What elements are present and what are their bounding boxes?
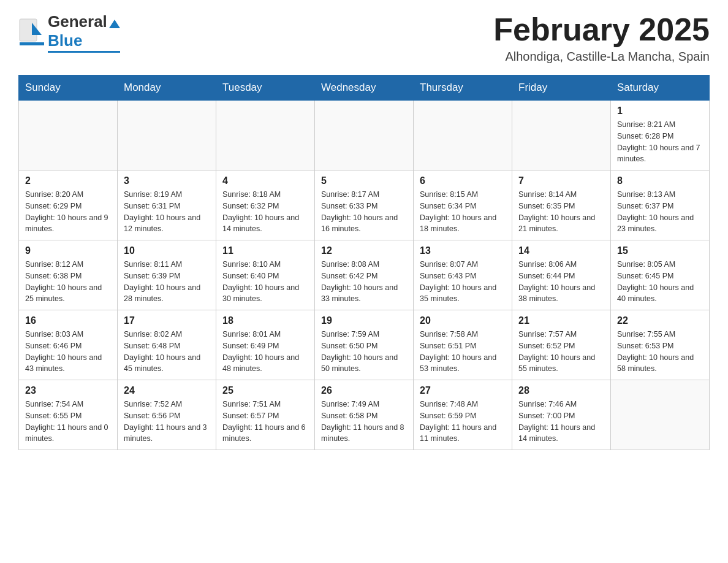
day-info: Sunrise: 8:05 AM Sunset: 6:45 PM Dayligh… [617,259,703,305]
day-info: Sunrise: 7:54 AM Sunset: 6:55 PM Dayligh… [25,399,111,445]
day-info: Sunrise: 8:02 AM Sunset: 6:48 PM Dayligh… [124,329,210,375]
calendar-cell: 21Sunrise: 7:57 AM Sunset: 6:52 PM Dayli… [512,310,611,380]
col-header-sunday: Sunday [19,75,118,101]
calendar-cell: 13Sunrise: 8:07 AM Sunset: 6:43 PM Dayli… [414,240,512,310]
calendar-cell: 1Sunrise: 8:21 AM Sunset: 6:28 PM Daylig… [611,101,710,170]
day-number: 24 [124,385,210,396]
location: Alhondiga, Castille-La Mancha, Spain [493,50,710,64]
logo-text-block: General Blue [48,12,120,53]
calendar-cell: 17Sunrise: 8:02 AM Sunset: 6:48 PM Dayli… [118,310,216,380]
day-number: 2 [25,175,111,186]
day-number: 10 [124,245,210,256]
calendar-cell: 14Sunrise: 8:06 AM Sunset: 6:44 PM Dayli… [512,240,611,310]
day-number: 17 [124,315,210,326]
calendar-cell: 8Sunrise: 8:13 AM Sunset: 6:37 PM Daylig… [611,170,710,240]
day-info: Sunrise: 8:01 AM Sunset: 6:49 PM Dayligh… [222,329,308,375]
day-number: 25 [222,385,308,396]
day-info: Sunrise: 7:52 AM Sunset: 6:56 PM Dayligh… [124,399,210,445]
calendar-cell: 20Sunrise: 7:58 AM Sunset: 6:51 PM Dayli… [414,310,512,380]
logo-triangle-icon [109,20,120,28]
day-number: 4 [222,175,308,186]
day-info: Sunrise: 8:08 AM Sunset: 6:42 PM Dayligh… [321,259,407,305]
day-info: Sunrise: 8:06 AM Sunset: 6:44 PM Dayligh… [518,259,604,305]
col-header-monday: Monday [118,75,216,101]
logo-general-text: General [48,12,107,31]
day-info: Sunrise: 7:49 AM Sunset: 6:58 PM Dayligh… [321,399,407,445]
logo-blue-text: Blue [48,31,82,50]
day-info: Sunrise: 8:10 AM Sunset: 6:40 PM Dayligh… [222,259,308,305]
calendar-cell: 10Sunrise: 8:11 AM Sunset: 6:39 PM Dayli… [118,240,216,310]
day-info: Sunrise: 8:07 AM Sunset: 6:43 PM Dayligh… [420,259,506,305]
calendar-week-5: 23Sunrise: 7:54 AM Sunset: 6:55 PM Dayli… [19,380,710,450]
day-number: 7 [518,175,604,186]
calendar-header-row: SundayMondayTuesdayWednesdayThursdayFrid… [19,75,710,101]
day-info: Sunrise: 8:14 AM Sunset: 6:35 PM Dayligh… [518,189,604,235]
day-number: 8 [617,175,703,186]
calendar-cell: 12Sunrise: 8:08 AM Sunset: 6:42 PM Dayli… [315,240,414,310]
day-number: 19 [321,315,407,326]
calendar-cell: 11Sunrise: 8:10 AM Sunset: 6:40 PM Dayli… [216,240,315,310]
day-info: Sunrise: 8:21 AM Sunset: 6:28 PM Dayligh… [617,119,703,165]
calendar-cell: 25Sunrise: 7:51 AM Sunset: 6:57 PM Dayli… [216,380,315,450]
calendar-cell: 15Sunrise: 8:05 AM Sunset: 6:45 PM Dayli… [611,240,710,310]
day-number: 15 [617,245,703,256]
calendar-cell [611,380,710,450]
day-number: 22 [617,315,703,326]
day-info: Sunrise: 7:58 AM Sunset: 6:51 PM Dayligh… [420,329,506,375]
day-info: Sunrise: 7:51 AM Sunset: 6:57 PM Dayligh… [222,399,308,445]
day-info: Sunrise: 8:19 AM Sunset: 6:31 PM Dayligh… [124,189,210,235]
calendar-cell: 24Sunrise: 7:52 AM Sunset: 6:56 PM Dayli… [118,380,216,450]
col-header-wednesday: Wednesday [315,75,414,101]
calendar-week-1: 1Sunrise: 8:21 AM Sunset: 6:28 PM Daylig… [19,101,710,170]
day-info: Sunrise: 7:59 AM Sunset: 6:50 PM Dayligh… [321,329,407,375]
calendar-cell [315,101,414,170]
calendar-cell [216,101,315,170]
calendar-cell [512,101,611,170]
day-info: Sunrise: 8:12 AM Sunset: 6:38 PM Dayligh… [25,259,111,305]
calendar-cell: 16Sunrise: 8:03 AM Sunset: 6:46 PM Dayli… [19,310,118,380]
calendar-cell [19,101,118,170]
day-info: Sunrise: 8:11 AM Sunset: 6:39 PM Dayligh… [124,259,210,305]
day-info: Sunrise: 8:03 AM Sunset: 6:46 PM Dayligh… [25,329,111,375]
month-title: February 2025 [493,12,710,47]
day-number: 12 [321,245,407,256]
calendar-cell: 2Sunrise: 8:20 AM Sunset: 6:29 PM Daylig… [19,170,118,240]
day-number: 5 [321,175,407,186]
day-number: 14 [518,245,604,256]
logo: General Blue [18,12,120,53]
day-number: 21 [518,315,604,326]
day-number: 11 [222,245,308,256]
calendar-cell: 26Sunrise: 7:49 AM Sunset: 6:58 PM Dayli… [315,380,414,450]
logo-icon [18,18,43,47]
calendar-cell: 23Sunrise: 7:54 AM Sunset: 6:55 PM Dayli… [19,380,118,450]
col-header-saturday: Saturday [611,75,710,101]
calendar-cell: 5Sunrise: 8:17 AM Sunset: 6:33 PM Daylig… [315,170,414,240]
calendar-cell [118,101,216,170]
day-info: Sunrise: 8:18 AM Sunset: 6:32 PM Dayligh… [222,189,308,235]
day-number: 16 [25,315,111,326]
day-number: 20 [420,315,506,326]
calendar-cell: 9Sunrise: 8:12 AM Sunset: 6:38 PM Daylig… [19,240,118,310]
day-number: 26 [321,385,407,396]
col-header-tuesday: Tuesday [216,75,315,101]
calendar-cell: 7Sunrise: 8:14 AM Sunset: 6:35 PM Daylig… [512,170,611,240]
calendar-cell: 6Sunrise: 8:15 AM Sunset: 6:34 PM Daylig… [414,170,512,240]
day-info: Sunrise: 7:57 AM Sunset: 6:52 PM Dayligh… [518,329,604,375]
calendar-cell: 4Sunrise: 8:18 AM Sunset: 6:32 PM Daylig… [216,170,315,240]
day-number: 9 [25,245,111,256]
calendar-cell: 3Sunrise: 8:19 AM Sunset: 6:31 PM Daylig… [118,170,216,240]
calendar-cell: 18Sunrise: 8:01 AM Sunset: 6:49 PM Dayli… [216,310,315,380]
calendar-week-3: 9Sunrise: 8:12 AM Sunset: 6:38 PM Daylig… [19,240,710,310]
svg-rect-2 [20,42,44,45]
day-info: Sunrise: 8:13 AM Sunset: 6:37 PM Dayligh… [617,189,703,235]
calendar-cell: 28Sunrise: 7:46 AM Sunset: 7:00 PM Dayli… [512,380,611,450]
calendar-table: SundayMondayTuesdayWednesdayThursdayFrid… [18,75,710,450]
day-number: 1 [617,105,703,117]
day-info: Sunrise: 8:15 AM Sunset: 6:34 PM Dayligh… [420,189,506,235]
calendar-cell [414,101,512,170]
day-number: 18 [222,315,308,326]
day-number: 13 [420,245,506,256]
day-info: Sunrise: 7:55 AM Sunset: 6:53 PM Dayligh… [617,329,703,375]
title-area: February 2025 Alhondiga, Castille-La Man… [493,12,710,64]
col-header-thursday: Thursday [414,75,512,101]
